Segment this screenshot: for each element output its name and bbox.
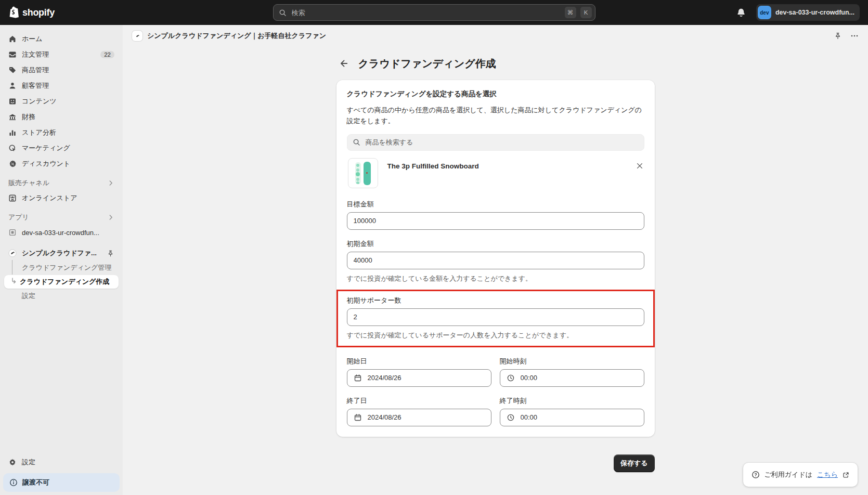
usage-guide-text: ご利用ガイドは	[765, 470, 813, 479]
orders-icon	[8, 50, 17, 59]
calendar-icon	[354, 374, 362, 382]
clock-icon	[507, 374, 515, 382]
remove-product-button[interactable]	[636, 158, 643, 172]
sidebar-item-label: 注文管理	[22, 50, 49, 59]
sidebar-item-label: オンラインストア	[22, 193, 77, 203]
main-area: シンプルクラウドファンディング｜お手軽自社クラファン クラウドファンディング作成…	[123, 25, 868, 495]
page-scroll-area[interactable]: クラウドファンディング作成 クラウドファンディングを設定する商品を選択 すべての…	[123, 47, 868, 495]
end-time-picker[interactable]	[500, 409, 644, 426]
breadcrumb-actions	[834, 32, 859, 40]
initial-amount-input[interactable]	[347, 252, 644, 269]
start-time-picker[interactable]	[500, 369, 644, 387]
sidebar-item-analytics[interactable]: ストア分析	[4, 125, 119, 140]
home-icon	[8, 35, 17, 43]
shortcut-k-key: K	[580, 7, 592, 18]
external-link-icon	[843, 472, 849, 478]
sidebar-item-home[interactable]: ホーム	[4, 32, 119, 46]
selected-product-row: The 3p Fulfilled Snowboard	[347, 151, 644, 197]
sidebar-section-apps[interactable]: アプリ	[4, 210, 119, 225]
product-search-input[interactable]	[365, 138, 639, 147]
goal-amount-label: 目標金額	[347, 200, 644, 209]
section-label: アプリ	[8, 213, 29, 222]
calendar-icon	[354, 413, 362, 422]
global-search[interactable]: ⌘ K	[273, 4, 595, 21]
start-time-input[interactable]	[520, 373, 638, 382]
question-circle-icon: ?	[752, 471, 760, 479]
store-account-menu[interactable]: dev dev-sa-033-ur-crowdfun...	[756, 4, 860, 21]
kebab-menu-icon[interactable]	[850, 32, 859, 40]
storefront-icon	[8, 194, 17, 202]
sidebar-item-discounts[interactable]: ディスカウント	[4, 157, 119, 171]
crowdfunding-app-icon	[8, 249, 17, 257]
start-date-input[interactable]	[367, 373, 485, 382]
snowboard-right	[364, 162, 371, 185]
gear-icon	[8, 458, 17, 466]
sidebar-spacer	[0, 303, 123, 454]
tag-icon	[8, 66, 17, 74]
sidebar-subitem-label: クラウドファンディング管理	[22, 263, 111, 272]
elbow-arrow-icon	[8, 278, 17, 286]
sidebar-item-marketing[interactable]: マーケティング	[4, 141, 119, 155]
initial-supporters-field: 初期サポーター数 すでに投資が確定しているサポーターの人数を入力することができま…	[347, 296, 644, 340]
product-name: The 3p Fulfilled Snowboard	[387, 158, 479, 170]
sidebar-item-label: dev-sa-033-ur-crowdfun...	[22, 229, 99, 237]
orders-count-badge: 22	[100, 51, 114, 58]
pin-icon[interactable]	[834, 32, 842, 40]
sidebar-item-online-store[interactable]: オンラインストア	[4, 191, 119, 205]
initial-supporters-input[interactable]	[347, 308, 644, 326]
start-time-field: 開始時刻	[500, 357, 644, 387]
sidebar-item-label: 商品管理	[22, 66, 49, 75]
usage-guide-widget: ? ご利用ガイドは こちら	[743, 463, 858, 487]
sidebar-subitem-crowdfunding-manage[interactable]: クラウドファンディング管理	[4, 261, 119, 275]
back-button[interactable]	[336, 56, 351, 71]
logo-wordmark: shopify	[22, 7, 55, 18]
initial-amount-help: すでに投資が確定している金額を入力することができます。	[347, 274, 644, 283]
goal-amount-field: 目標金額	[347, 200, 644, 230]
sidebar-item-label: ホーム	[22, 34, 43, 44]
shopify-logo[interactable]: shopify	[8, 6, 55, 19]
sidebar-subitem-settings[interactable]: 設定	[4, 289, 119, 303]
sidebar-subitem-label: 設定	[22, 291, 35, 301]
sidebar-item-content[interactable]: コンテンツ	[4, 94, 119, 109]
transfer-status-label: 譲渡不可	[22, 478, 49, 487]
sidebar-item-app-dev[interactable]: dev-sa-033-ur-crowdfun...	[4, 225, 119, 240]
start-datetime-row: 開始日 開始時刻	[347, 357, 644, 387]
pin-icon[interactable]	[107, 250, 114, 257]
start-date-picker[interactable]	[347, 369, 491, 387]
product-search-field[interactable]	[347, 134, 644, 151]
sidebar-item-settings[interactable]: 設定	[4, 455, 119, 470]
sidebar-section-sales-channels[interactable]: 販売チャネル	[4, 176, 119, 190]
sidebar-subitem-label: クラウドファンディング作成	[20, 277, 109, 286]
transfer-status-banner: 譲渡不可	[3, 473, 120, 492]
end-date-input[interactable]	[367, 413, 485, 422]
goal-amount-input[interactable]	[347, 212, 644, 230]
sidebar-item-label: 財務	[22, 112, 35, 122]
crowdfunding-form-card: クラウドファンディングを設定する商品を選択 すべての商品の中から任意の商品を選択…	[336, 80, 655, 437]
sidebar-item-label: ディスカウント	[22, 159, 70, 168]
close-icon	[636, 162, 643, 170]
sidebar-item-app-simple-crowdfunding[interactable]: シンプルクラウドファ...	[4, 246, 119, 260]
sidebar-item-label: ストア分析	[22, 128, 56, 137]
tree-connector-line	[12, 260, 12, 275]
shopify-bag-icon	[8, 6, 20, 19]
search-input[interactable]	[291, 8, 561, 17]
sidebar-item-customers[interactable]: 顧客管理	[4, 79, 119, 93]
end-time-field: 終了時刻	[500, 396, 644, 426]
start-time-label: 開始時刻	[500, 357, 644, 366]
bank-icon	[8, 113, 17, 121]
sidebar-item-products[interactable]: 商品管理	[4, 63, 119, 77]
save-button[interactable]: 保存する	[614, 454, 655, 472]
end-date-field: 終了日	[347, 396, 491, 426]
info-circle-icon	[9, 478, 18, 487]
chevron-right-icon	[107, 214, 114, 221]
sidebar-item-finance[interactable]: 財務	[4, 110, 119, 124]
sidebar-item-orders[interactable]: 注文管理 22	[4, 47, 119, 62]
usage-guide-link[interactable]: こちら	[817, 470, 838, 479]
end-time-label: 終了時刻	[500, 396, 644, 406]
sidebar-subitem-crowdfunding-create[interactable]: クラウドファンディング作成	[4, 275, 119, 289]
target-cursor-icon	[8, 144, 17, 152]
chevron-right-icon	[107, 179, 114, 187]
end-time-input[interactable]	[520, 413, 638, 422]
end-date-picker[interactable]	[347, 409, 491, 426]
notifications-button[interactable]	[733, 5, 749, 20]
